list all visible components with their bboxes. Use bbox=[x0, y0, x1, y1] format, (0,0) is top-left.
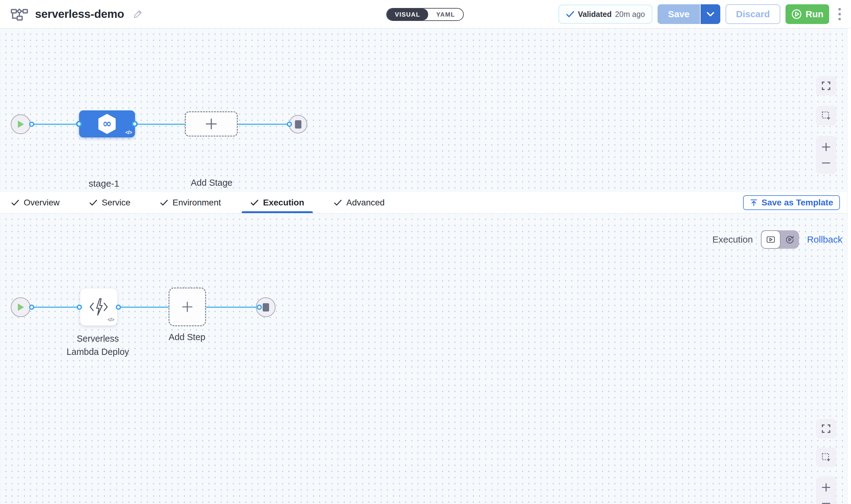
toggle-yaml[interactable]: YAML bbox=[428, 8, 463, 20]
tab-label: Execution bbox=[263, 198, 304, 208]
fullscreen-icon bbox=[821, 81, 831, 91]
fullscreen-icon bbox=[821, 424, 831, 434]
execution-start-node[interactable] bbox=[11, 298, 31, 317]
fullscreen-button[interactable] bbox=[816, 419, 836, 438]
svg-text:∞: ∞ bbox=[103, 117, 112, 130]
validated-time: 20m ago bbox=[615, 10, 645, 19]
add-step-button[interactable] bbox=[168, 288, 206, 326]
connector-port[interactable] bbox=[287, 122, 292, 127]
run-label: Run bbox=[805, 9, 823, 19]
step-name-line1: Serverless bbox=[58, 332, 138, 345]
zoom-in-icon[interactable] bbox=[821, 483, 831, 492]
edit-pencil-icon[interactable] bbox=[133, 9, 143, 19]
tab-environment[interactable]: Environment bbox=[160, 192, 221, 213]
save-template-icon bbox=[750, 199, 758, 206]
tab-advanced[interactable]: Advanced bbox=[334, 192, 385, 213]
connector-line bbox=[205, 307, 260, 308]
discard-button[interactable]: Discard bbox=[725, 4, 780, 24]
stage-in-port[interactable] bbox=[76, 121, 82, 127]
save-as-template-button[interactable]: Save as Template bbox=[743, 195, 840, 210]
connector-port[interactable] bbox=[29, 122, 34, 127]
connector-line bbox=[31, 307, 80, 308]
execution-steps-icon bbox=[766, 235, 775, 244]
step-in-port[interactable] bbox=[77, 305, 82, 310]
fullscreen-button[interactable] bbox=[816, 76, 836, 96]
tab-execution[interactable]: Execution bbox=[250, 192, 304, 213]
check-icon bbox=[250, 199, 259, 206]
header-actions: Validated 20m ago Save Discard bbox=[559, 4, 845, 24]
add-step-label: Add Step bbox=[156, 332, 218, 342]
save-button[interactable]: Save bbox=[657, 4, 700, 24]
header: serverless-demo VISUAL YAML Validated bbox=[0, 0, 851, 28]
marquee-select-icon bbox=[821, 452, 831, 462]
page-title: serverless-demo bbox=[35, 8, 124, 21]
run-play-icon bbox=[791, 8, 802, 20]
zoom-in-icon[interactable] bbox=[821, 142, 831, 151]
add-stage-button[interactable] bbox=[185, 111, 238, 137]
step-out-port[interactable] bbox=[116, 305, 121, 310]
connector-line bbox=[118, 307, 169, 308]
tab-label: Environment bbox=[173, 198, 221, 208]
toggle-visual[interactable]: VISUAL bbox=[387, 8, 428, 20]
save-split-button: Save bbox=[657, 4, 720, 24]
add-stage-label: Add Stage bbox=[181, 178, 242, 188]
tab-service[interactable]: Service bbox=[89, 192, 130, 213]
zoom-out-icon[interactable] bbox=[821, 158, 831, 167]
stop-icon bbox=[295, 120, 302, 128]
connector-line bbox=[135, 124, 187, 125]
marquee-select-button[interactable] bbox=[816, 106, 836, 125]
check-icon bbox=[89, 199, 97, 206]
pipeline-icon bbox=[11, 6, 28, 22]
rollback-icon bbox=[785, 235, 794, 244]
step-name-label: Serverless Lambda Deploy bbox=[58, 332, 138, 359]
code-view-icon[interactable]: </> bbox=[125, 129, 132, 136]
connector-port[interactable] bbox=[257, 305, 262, 310]
code-view-icon[interactable]: </> bbox=[107, 317, 114, 323]
serverless-stage-icon: ∞ bbox=[97, 113, 117, 134]
execution-canvas-controls bbox=[816, 419, 836, 504]
tab-overview[interactable]: Overview bbox=[11, 192, 60, 213]
plus-icon bbox=[181, 301, 194, 313]
pipeline-studio: serverless-demo VISUAL YAML Validated bbox=[0, 0, 851, 504]
step-name-line2: Lambda Deploy bbox=[58, 345, 138, 359]
stop-icon bbox=[262, 303, 269, 311]
brand: serverless-demo bbox=[11, 6, 143, 22]
execution-mode-row: Execution Rollback bbox=[712, 230, 843, 249]
stage-canvas-controls bbox=[816, 76, 836, 174]
run-button[interactable]: Run bbox=[785, 4, 829, 24]
visual-yaml-toggle[interactable]: VISUAL YAML bbox=[386, 8, 464, 21]
pipeline-start-node[interactable] bbox=[11, 114, 31, 134]
connector-line bbox=[31, 124, 80, 125]
marquee-select-icon bbox=[821, 111, 831, 121]
execution-mode-label: Execution bbox=[712, 234, 753, 245]
chevron-down-icon bbox=[706, 12, 714, 17]
stage-name-label: stage-1 bbox=[73, 178, 135, 189]
execution-mode-segment[interactable] bbox=[761, 230, 781, 249]
stage-canvas[interactable]: ∞ </> stage-1 Add Stage bbox=[0, 28, 851, 192]
execution-rollback-toggle[interactable] bbox=[761, 230, 799, 249]
validated-badge[interactable]: Validated 20m ago bbox=[559, 5, 652, 24]
tab-label: Overview bbox=[24, 198, 60, 208]
start-play-icon bbox=[17, 120, 24, 128]
rollback-mode-segment[interactable] bbox=[781, 235, 799, 244]
rollback-link[interactable]: Rollback bbox=[807, 234, 843, 245]
save-as-template-label: Save as Template bbox=[761, 198, 833, 208]
stage-out-port[interactable] bbox=[132, 121, 138, 127]
connector-line bbox=[237, 124, 291, 125]
check-icon bbox=[334, 199, 342, 206]
check-icon bbox=[160, 199, 168, 206]
scrollbar-track[interactable] bbox=[847, 28, 851, 504]
zoom-out-icon[interactable] bbox=[821, 499, 831, 504]
more-options-menu[interactable] bbox=[834, 4, 845, 24]
start-play-icon bbox=[17, 303, 24, 311]
connector-port[interactable] bbox=[29, 305, 34, 310]
tab-label: Service bbox=[102, 198, 130, 208]
check-icon bbox=[11, 199, 19, 206]
serverless-lambda-deploy-step[interactable]: </> bbox=[80, 288, 117, 326]
stage-node[interactable]: ∞ </> bbox=[79, 110, 135, 138]
marquee-select-button[interactable] bbox=[816, 447, 836, 467]
execution-canvas[interactable]: Execution Rollback bbox=[0, 213, 851, 504]
stage-tabbar: Overview Service Environment Execution A… bbox=[0, 192, 851, 213]
zoom-control bbox=[816, 476, 836, 504]
save-dropdown-button[interactable] bbox=[701, 4, 720, 24]
